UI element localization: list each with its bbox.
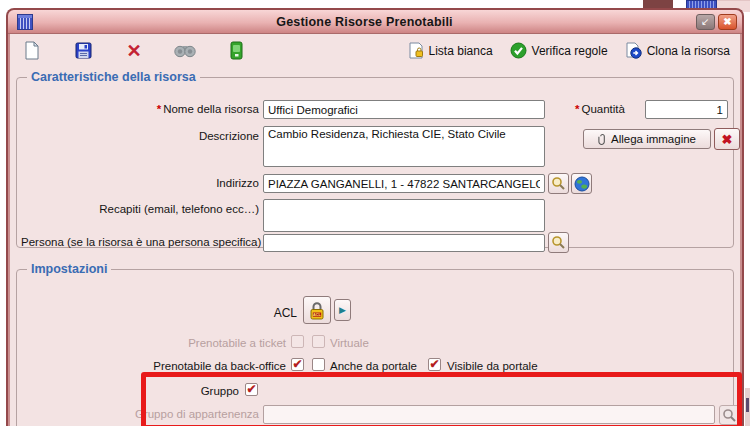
gruppo-appartenenza-search-button[interactable] [719,405,740,425]
nome-input[interactable] [263,100,545,119]
check-circle-icon [510,42,527,59]
anche-da-portale-label: Anche da portale [330,360,417,372]
binoculars-icon [174,43,196,58]
descrizione-textarea[interactable]: Cambio Residenza, Richiesta CIE, Stato C… [263,126,545,167]
virtuale-checkbox[interactable] [312,335,325,348]
app-logo-icon [17,14,33,30]
section-impostazioni: Impostazioni ACL ACL ▶ Prenotabile a tic… [16,262,734,426]
remove-image-button[interactable]: ✖ [714,128,740,150]
gruppo-appartenenza-input[interactable] [263,405,715,424]
screen: Gestione Risorse Prenotabili ↙ ✖ ✕ [0,0,750,426]
check-icon: ✔ [292,358,302,370]
indirizzo-label: Indirizzo [21,177,259,189]
section-legend: Impostazioni [27,262,111,276]
visibile-da-portale-checkbox[interactable]: ✔ [428,358,441,371]
save-icon [75,42,92,59]
paperclip-icon [598,133,607,146]
section-caratteristiche: Caratteristiche della risorsa *Nome dell… [16,70,734,248]
window: Gestione Risorse Prenotabili ↙ ✖ ✕ [6,8,744,426]
verifica-regole-button[interactable]: Verifica regole [510,42,608,59]
background-window-fragment [745,388,750,426]
gruppo-appartenenza-label: Gruppo di appartenenza [21,408,259,420]
toolbar-button-label: Clona la risorsa [647,44,730,58]
gruppo-checkbox[interactable]: ✔ [245,383,258,396]
search-button[interactable] [173,39,197,63]
persona-search-button[interactable] [548,232,569,253]
new-button[interactable] [20,39,44,63]
visibile-da-portale-label: Visibile da portale [447,360,538,372]
restore-button[interactable]: ↙ [696,14,715,30]
anche-da-portale-checkbox[interactable] [312,358,325,371]
acl-label: ACL [21,306,297,320]
play-icon: ▶ [339,305,346,315]
indirizzo-input[interactable] [263,174,545,193]
gruppo-label: Gruppo [21,385,239,397]
required-marker: * [575,103,579,115]
check-icon: ✔ [246,383,256,395]
delete-icon: ✕ [126,42,141,60]
new-document-icon [24,41,40,60]
allega-immagine-label: Allega immagine [611,133,696,145]
prenotabile-backoffice-checkbox[interactable]: ✔ [291,358,304,371]
clona-risorsa-button[interactable]: Clona la risorsa [625,42,730,59]
prenotabile-backoffice-label: Prenotabile da back-office [21,360,286,372]
descrizione-label: Descrizione [21,130,259,142]
globe-icon [574,176,590,192]
recapiti-label: Recapiti (email, telefono ecc…) [21,203,259,215]
toolbar: ✕ Lista bianca [8,35,742,66]
quantita-input[interactable] [645,100,728,119]
title-bar[interactable]: Gestione Risorse Prenotabili ↙ ✖ [8,10,742,34]
window-title: Gestione Risorse Prenotabili [33,15,696,29]
prenotabile-ticket-label: Prenotabile a ticket [21,337,286,349]
quantita-label: *Quantità [575,103,625,115]
indirizzo-search-button[interactable] [548,173,569,194]
persona-label: Persona (se la risorsa è una persona spe… [21,236,259,248]
magnifier-icon [551,235,566,250]
clone-icon [625,42,642,59]
acl-lock-icon: ACL [307,300,327,321]
magnifier-icon [551,176,566,191]
recapiti-textarea[interactable] [263,199,545,232]
virtuale-label: Virtuale [330,337,369,349]
check-icon: ✔ [429,358,439,370]
section-legend: Caratteristiche della risorsa [27,70,200,84]
acl-expand-button[interactable]: ▶ [334,299,351,321]
delete-button[interactable]: ✕ [122,39,146,63]
indirizzo-map-button[interactable] [571,173,592,194]
lista-bianca-button[interactable]: Lista bianca [408,42,493,59]
nome-label: *Nome della risorsa [21,103,259,115]
acl-button[interactable]: ACL [303,296,331,324]
whitelist-icon [408,42,424,59]
magnifier-icon [722,408,737,423]
green-safe-icon [230,41,243,60]
remove-image-icon: ✖ [722,132,733,147]
prenotabile-ticket-checkbox[interactable] [291,335,304,348]
close-icon: ✖ [723,17,731,27]
persona-input[interactable] [263,234,545,252]
allega-immagine-button[interactable]: Allega immagine [583,129,711,149]
toolbar-button-label: Verifica regole [532,44,608,58]
svg-text:ACL: ACL [313,313,321,317]
restore-icon: ↙ [701,17,709,27]
toolbar-button-label: Lista bianca [429,44,493,58]
green-safe-button[interactable] [224,39,248,63]
required-marker: * [157,103,161,115]
save-button[interactable] [71,39,95,63]
close-button[interactable]: ✖ [718,14,737,30]
